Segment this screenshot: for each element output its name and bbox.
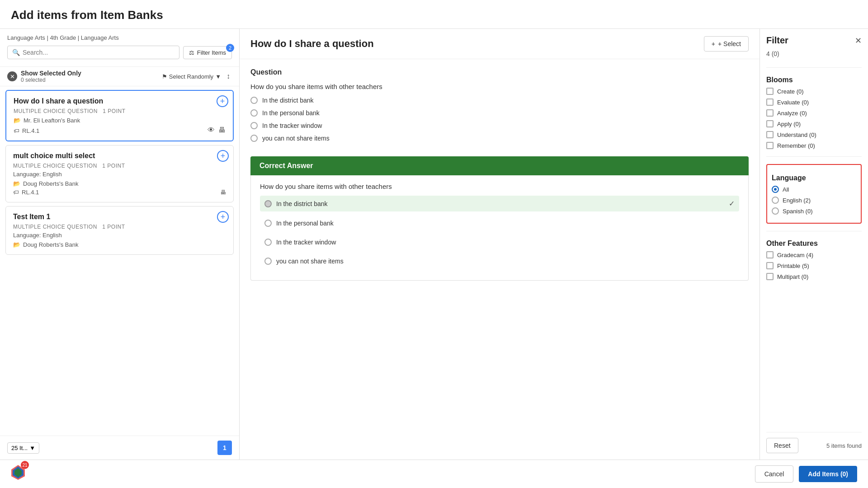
correct-answer-prompt: How do you share items with other teache… <box>260 183 739 190</box>
bank-icon: 📂 <box>13 241 20 248</box>
checkbox-analyze[interactable] <box>766 109 774 117</box>
language-all-label: All <box>783 186 789 193</box>
logo-area: 21 <box>9 463 27 483</box>
language-spanish-label: Spanish (0) <box>783 208 812 215</box>
item-card-title: mult choice multi select <box>13 152 226 160</box>
selected-row: ✕ Show Selected Only 0 selected ⚑ Select… <box>0 67 239 86</box>
radio-circle <box>264 200 272 207</box>
item-card[interactable]: + Test Item 1 MULTIPLE CHOICE QUESTION 1… <box>5 206 234 255</box>
blooms-evaluate[interactable]: Evaluate (0) <box>766 99 862 106</box>
per-page-select[interactable]: 25 It... ▼ <box>7 442 39 454</box>
blooms-apply[interactable]: Apply (0) <box>766 120 862 127</box>
language-spanish-row[interactable]: Spanish (0) <box>772 207 856 215</box>
select-randomly-label: Select Randomly <box>169 73 213 80</box>
cancel-button[interactable]: Cancel <box>755 465 794 483</box>
feature-printable[interactable]: Printable (5) <box>766 262 862 269</box>
blooms-create-label: Create (0) <box>777 88 804 95</box>
radio-circle <box>250 135 258 142</box>
select-randomly-button[interactable]: ⚑ Select Randomly ▼ <box>162 73 221 80</box>
item-card-type: MULTIPLE CHOICE QUESTION 1 point <box>14 108 226 114</box>
bank-icon: 📂 <box>13 180 20 187</box>
checkbox-remember[interactable] <box>766 142 774 149</box>
blooms-evaluate-label: Evaluate (0) <box>777 99 809 106</box>
items-found: 5 items found <box>826 442 862 449</box>
radio-english[interactable] <box>772 197 779 204</box>
share-icon: 👁 <box>208 126 215 134</box>
correct-option-2: In the personal bank <box>260 216 739 230</box>
correct-option-3: In the tracker window <box>260 235 739 249</box>
search-box[interactable]: 🔍 <box>7 46 179 59</box>
blooms-analyze[interactable]: Analyze (0) <box>766 109 862 117</box>
radio-all[interactable] <box>772 186 779 193</box>
search-icon: 🔍 <box>12 49 20 56</box>
close-filter-button[interactable]: ✕ <box>855 36 862 46</box>
item-card[interactable]: + mult choice multi select MULTIPLE CHOI… <box>5 145 234 202</box>
blooms-apply-label: Apply (0) <box>777 121 801 127</box>
tag-icon: 🏷 <box>14 127 19 134</box>
language-english-row[interactable]: English (2) <box>772 197 856 204</box>
item-card-title: Test Item 1 <box>13 213 226 221</box>
checkbox-create[interactable] <box>766 88 774 95</box>
blooms-remember[interactable]: Remember (0) <box>766 142 862 149</box>
notification-badge: 21 <box>21 461 29 469</box>
question-prompt: How do you share items with other teache… <box>250 83 749 90</box>
blooms-understand[interactable]: Understand (0) <box>766 131 862 138</box>
option-1: In the district bank <box>250 97 749 104</box>
checkbox-understand[interactable] <box>766 131 774 138</box>
chevron-down-icon: ▼ <box>215 73 221 80</box>
tag-icon: 🏷 <box>13 189 19 196</box>
left-panel-header: Language Arts | 4th Grade | Language Art… <box>0 29 239 67</box>
search-input[interactable] <box>23 49 175 56</box>
checkbox-gradecam[interactable] <box>766 251 774 258</box>
select-button[interactable]: + + Select <box>704 36 749 52</box>
option-text: you can not share items <box>262 135 330 142</box>
add-item-button[interactable]: + <box>217 95 228 107</box>
bottom-bar: Cancel Add Items (0) <box>0 460 868 488</box>
checkbox-printable[interactable] <box>766 262 774 269</box>
add-item-button[interactable]: + <box>217 211 229 223</box>
item-card-type: MULTIPLE CHOICE QUESTION 1 point <box>13 224 226 230</box>
sort-button[interactable]: ↕ <box>225 72 232 80</box>
radio-spanish[interactable] <box>772 207 779 215</box>
chevron-down-icon: ▼ <box>29 445 35 451</box>
item-tag: 🏷 RL.4.1 <box>14 127 39 134</box>
reset-button[interactable]: Reset <box>766 438 798 453</box>
language-section-title: Language <box>772 174 856 182</box>
filter-divider <box>766 67 862 68</box>
option-4: you can not share items <box>250 135 749 142</box>
filter-count: 4 (0) <box>766 50 862 57</box>
item-card[interactable]: + How do I share a question MULTIPLE CHO… <box>5 90 234 141</box>
feature-multipart[interactable]: Multipart (0) <box>766 273 862 280</box>
correct-answer-box: How do you share items with other teache… <box>250 175 749 281</box>
correct-option-text: you can not share items <box>276 258 344 265</box>
plus-icon: + <box>712 40 715 47</box>
select-label: + Select <box>718 40 741 47</box>
item-card-language: Language: English <box>13 232 226 239</box>
option-text: In the personal bank <box>262 109 320 117</box>
filter-heading: Filter <box>766 35 788 46</box>
checkbox-evaluate[interactable] <box>766 99 774 106</box>
add-items-button[interactable]: Add Items (0) <box>799 466 857 482</box>
checkbox-multipart[interactable] <box>766 273 774 280</box>
page-button[interactable]: 1 <box>217 441 232 455</box>
option-2: In the personal bank <box>250 109 749 117</box>
radio-circle <box>264 239 272 246</box>
multipart-label: Multipart (0) <box>777 273 808 280</box>
search-row: 🔍 ⚖ Filter Items 2 <box>7 46 232 59</box>
blooms-create[interactable]: Create (0) <box>766 88 862 95</box>
item-card-type: MULTIPLE CHOICE QUESTION 1 point <box>13 163 226 169</box>
checkbox-apply[interactable] <box>766 120 774 127</box>
correct-answer-bar: Correct Answer <box>250 156 749 175</box>
add-item-button[interactable]: + <box>217 150 229 162</box>
blooms-understand-label: Understand (0) <box>777 131 816 138</box>
flag-icon: ⚑ <box>162 73 167 80</box>
blooms-analyze-label: Analyze (0) <box>777 110 807 117</box>
language-all-row[interactable]: All <box>772 186 856 193</box>
filter-icon: ⚖ <box>189 49 194 56</box>
filter-button[interactable]: ⚖ Filter Items 2 <box>183 46 232 59</box>
blooms-section-title: Blooms <box>766 76 862 84</box>
feature-gradecam[interactable]: Gradecam (4) <box>766 251 862 258</box>
clear-selected-button[interactable]: ✕ <box>7 71 17 81</box>
option-text: In the district bank <box>262 97 314 104</box>
radio-circle <box>264 220 272 227</box>
